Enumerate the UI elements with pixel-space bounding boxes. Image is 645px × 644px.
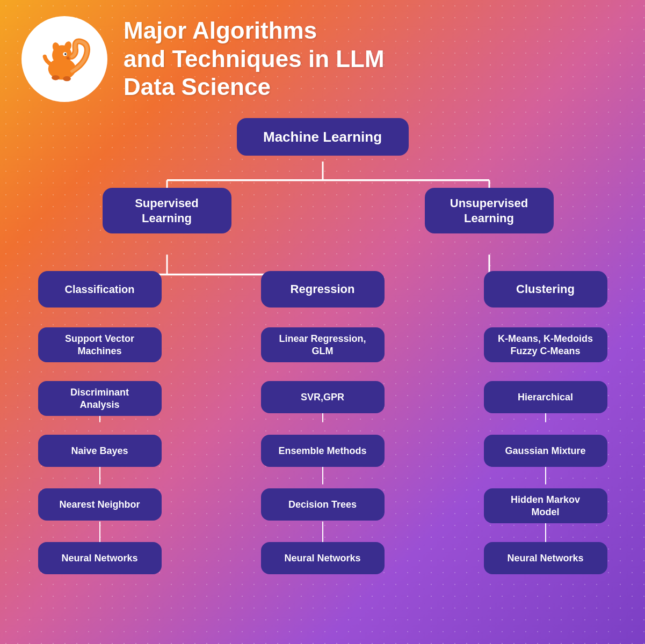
logo-icon — [35, 30, 94, 89]
node-clustering: Clustering — [484, 271, 607, 308]
node-discriminant: DiscriminantAnalysis — [38, 381, 162, 416]
svg-point-7 — [52, 75, 60, 80]
page-title: Major Algorithms and Techniques in LLM D… — [124, 17, 385, 101]
tree-diagram: Machine Learning SupervisedLearning Unsu… — [22, 118, 624, 633]
svg-point-8 — [63, 76, 71, 81]
node-unsupervised-learning: UnsupervisedLearning — [425, 188, 554, 233]
svg-point-5 — [64, 53, 67, 55]
node-gaussian: Gaussian Mixture — [484, 435, 607, 467]
node-nearest-neighbor: Nearest Neighbor — [38, 488, 162, 521]
header: Major Algorithms and Techniques in LLM D… — [21, 16, 624, 102]
node-neural-col1: Neural Networks — [38, 542, 162, 574]
main-container: Major Algorithms and Techniques in LLM D… — [0, 0, 645, 644]
node-linear-regression: Linear Regression,GLM — [261, 327, 385, 362]
node-svr-gpr: SVR,GPR — [261, 381, 385, 413]
node-kmeans: K-Means, K-MedoidsFuzzy C-Means — [484, 327, 607, 362]
node-machine-learning: Machine Learning — [237, 118, 409, 156]
logo-circle — [21, 16, 107, 102]
node-classification: Classification — [38, 271, 162, 308]
node-neural-col3: Neural Networks — [484, 542, 607, 574]
node-decision-trees: Decision Trees — [261, 488, 385, 521]
node-hmm: Hidden MarkovModel — [484, 488, 607, 523]
node-neural-col2: Neural Networks — [261, 542, 385, 574]
node-regression: Regression — [261, 271, 385, 308]
node-ensemble: Ensemble Methods — [261, 435, 385, 467]
node-svm: Support VectorMachines — [38, 327, 162, 362]
node-supervised-learning: SupervisedLearning — [103, 188, 231, 233]
node-naive-bayes: Naive Bayes — [38, 435, 162, 467]
node-hierarchical: Hierarchical — [484, 381, 607, 413]
